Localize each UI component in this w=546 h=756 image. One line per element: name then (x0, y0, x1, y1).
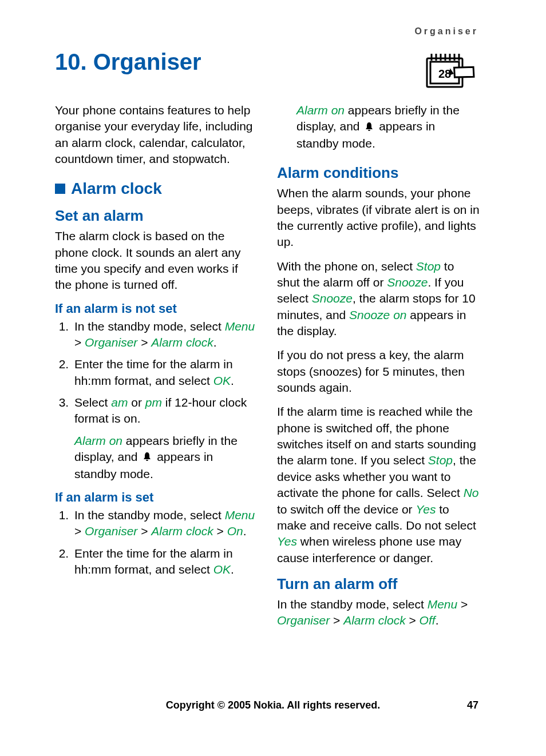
menu-term: Yes (416, 503, 436, 516)
text: > (330, 614, 343, 627)
text: > (213, 524, 227, 538)
menu-term: Alarm clock (151, 336, 213, 349)
menu-term: pm (145, 396, 162, 409)
heading-if-is-set: If an alarm is set (55, 490, 258, 505)
step-not-set-1: In the standby mode, select Menu > Organ… (72, 319, 258, 351)
text: Enter the time for the alarm in hh:mm fo… (74, 547, 233, 576)
conditions-p4: If the alarm time is reached while the p… (277, 404, 480, 566)
page-number: 47 (467, 699, 478, 711)
menu-term: OK (213, 374, 231, 387)
intro-paragraph: Your phone contains features to help org… (55, 102, 258, 167)
menu-term: No (464, 486, 479, 499)
text: when wireless phone use may cause interf… (277, 535, 461, 564)
text: . (231, 374, 234, 387)
heading-alarm-conditions: Alarm conditions (277, 164, 480, 182)
conditions-p1: When the alarm sounds, your phone beeps,… (277, 185, 480, 250)
menu-term: Snooze (312, 292, 353, 305)
menu-term: Snooze on (349, 308, 406, 321)
menu-term: Organiser (85, 336, 137, 349)
menu-term: am (111, 396, 128, 409)
two-column-layout: Your phone contains features to help org… (55, 102, 491, 637)
bell-icon (142, 449, 152, 465)
heading-alarm-clock-text: Alarm clock (71, 180, 162, 198)
menu-term: Alarm clock (343, 614, 406, 627)
text: > (457, 598, 468, 611)
menu-term: Menu (225, 508, 255, 522)
menu-term: Menu (428, 598, 458, 611)
text: or (128, 396, 145, 409)
text: > (137, 336, 151, 349)
text: > (137, 524, 151, 538)
set-alarm-paragraph: The alarm clock is based on the phone cl… (55, 228, 258, 293)
conditions-p3: If you do not press a key, the alarm sto… (277, 347, 480, 396)
square-bullet-icon (55, 184, 65, 194)
text: Select (74, 396, 111, 409)
conditions-p2: With the phone on, select Stop to shut t… (277, 258, 480, 340)
steps-not-set: In the standby mode, select Menu > Organ… (55, 319, 258, 482)
text: > (74, 524, 85, 538)
text: . (231, 563, 234, 576)
menu-term: Alarm clock (151, 524, 213, 538)
menu-term: Snooze (387, 276, 428, 289)
column-left: Your phone contains features to help org… (55, 102, 258, 637)
heading-alarm-clock: Alarm clock (55, 180, 258, 198)
text: In the standby mode, select (277, 598, 428, 611)
text: . (213, 336, 217, 349)
menu-term: OK (213, 563, 231, 576)
menu-term: On (227, 524, 243, 538)
text: > (74, 336, 85, 349)
menu-term: Off (420, 614, 436, 627)
page: Organiser 28 10. Organiser Your phone co… (0, 0, 546, 756)
calendar-icon: 28 (426, 51, 478, 94)
alarm-on-note-right: Alarm on appears briefly in the display,… (296, 102, 480, 152)
text: In the standby mode, select (74, 508, 225, 522)
turn-off-paragraph: In the standby mode, select Menu > Organ… (277, 596, 480, 629)
heading-turn-alarm-off: Turn an alarm off (277, 575, 480, 593)
column-right: Alarm on appears briefly in the display,… (277, 102, 480, 637)
menu-term: Stop (416, 260, 441, 273)
menu-term: Alarm on (74, 434, 122, 447)
text: Enter the time for the alarm in hh:mm fo… (74, 357, 233, 387)
menu-term: Yes (277, 535, 297, 548)
text: . (436, 614, 439, 627)
heading-if-not-set: If an alarm is not set (55, 301, 258, 316)
text: With the phone on, select (277, 260, 416, 273)
menu-term: Menu (225, 320, 255, 333)
menu-term: Stop (428, 453, 453, 467)
running-head: Organiser (414, 26, 478, 37)
menu-term: Alarm on (296, 104, 345, 117)
step-is-set-1: In the standby mode, select Menu > Organ… (72, 507, 258, 540)
text: to switch off the device or (277, 503, 416, 516)
menu-term: Organiser (85, 524, 137, 538)
text: . (243, 524, 247, 538)
menu-term: Organiser (277, 614, 330, 627)
heading-set-an-alarm: Set an alarm (55, 207, 258, 225)
steps-is-set: In the standby mode, select Menu > Organ… (55, 507, 258, 578)
alarm-on-note: Alarm on appears briefly in the display,… (74, 433, 258, 482)
footer-copyright: Copyright © 2005 Nokia. All rights reser… (0, 699, 546, 711)
svg-text:28: 28 (438, 67, 451, 80)
text: > (406, 614, 420, 627)
step-not-set-3: Select am or pm if 12-hour clock format … (72, 395, 258, 482)
step-is-set-2: Enter the time for the alarm in hh:mm fo… (72, 546, 258, 578)
step-not-set-2: Enter the time for the alarm in hh:mm fo… (72, 356, 258, 389)
text: In the standby mode, select (74, 320, 225, 333)
bell-icon (364, 120, 374, 136)
